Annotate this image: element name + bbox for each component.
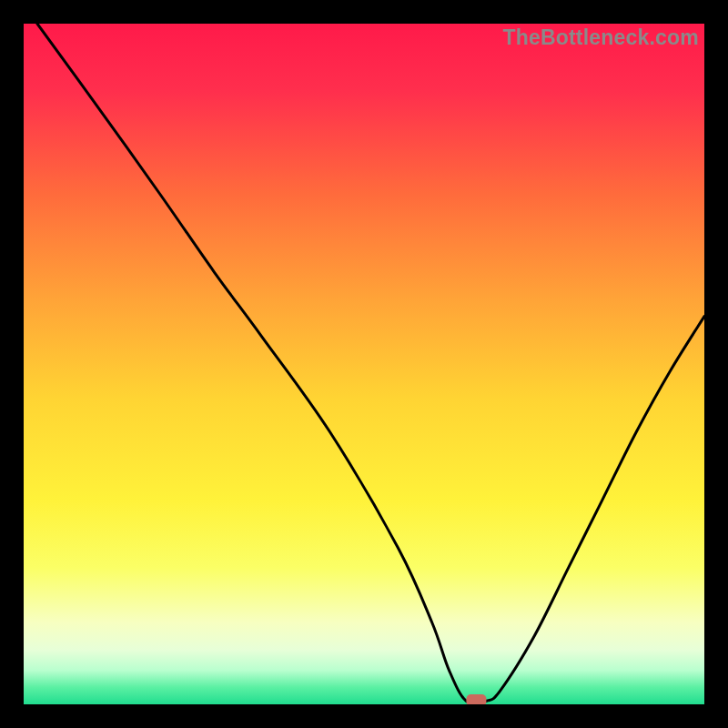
sweet-spot-marker — [466, 694, 486, 704]
chart-background — [24, 24, 704, 704]
chart-frame: TheBottleneck.com — [24, 24, 704, 704]
watermark-text: TheBottleneck.com — [502, 25, 699, 50]
bottleneck-chart — [24, 24, 704, 704]
